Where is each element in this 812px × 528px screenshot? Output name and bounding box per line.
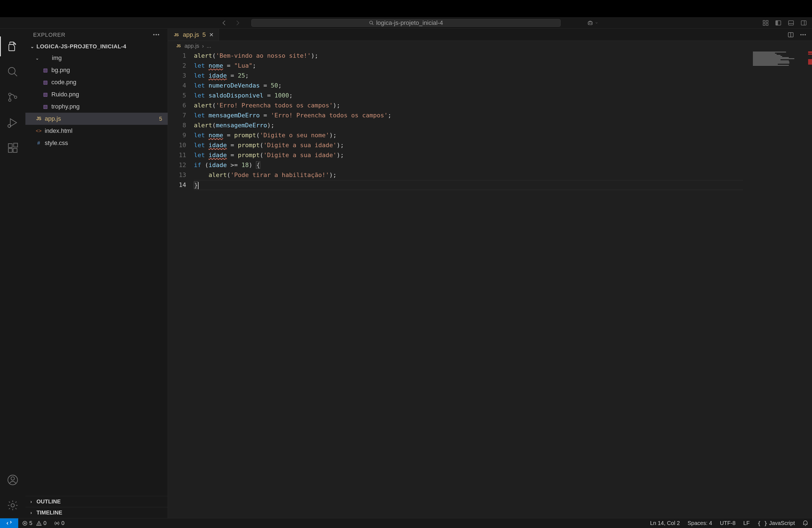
folder-root-label: LOGICA-JS-PROJETO_INICIAL-4	[37, 43, 126, 50]
image-file-icon: ▧	[42, 79, 48, 85]
tree-file-indexhtml[interactable]: <> index.html	[25, 125, 168, 137]
editor-tabs: JS app.js 5 ✕ •••	[168, 29, 812, 41]
extensions-icon[interactable]	[0, 135, 25, 161]
layout-customize-icon[interactable]	[762, 19, 769, 26]
copilot-icon[interactable]	[586, 19, 598, 27]
svg-point-30	[39, 524, 39, 525]
js-file-icon: JS	[35, 116, 42, 121]
close-tab-icon[interactable]: ✕	[209, 31, 214, 38]
tree-file[interactable]: ▧ trophy.png	[25, 101, 168, 113]
ports-count: 0	[61, 520, 64, 526]
breadcrumb-file: app.js	[185, 43, 199, 49]
minimap[interactable]	[751, 51, 812, 68]
svg-point-3	[591, 23, 591, 24]
tree-label: style.css	[45, 140, 68, 147]
toggle-secondary-sidebar-icon[interactable]	[800, 19, 807, 26]
timeline-label: TIMELINE	[37, 510, 62, 516]
explorer-icon[interactable]	[0, 34, 25, 59]
js-file-icon: JS	[175, 44, 182, 48]
svg-rect-7	[766, 24, 768, 25]
sidebar-header: EXPLORER •••	[25, 29, 168, 41]
js-file-icon: JS	[173, 32, 179, 37]
code-lines[interactable]: alert('Bem-vindo ao nosso site!');let no…	[194, 51, 812, 518]
timeline-section[interactable]: › TIMELINE	[25, 507, 168, 518]
nav-back-icon[interactable]	[221, 19, 228, 26]
tree-label: code.png	[52, 79, 76, 86]
svg-rect-4	[763, 20, 765, 23]
outline-label: OUTLINE	[37, 498, 61, 505]
tab-label: app.js	[183, 31, 199, 39]
breadcrumb-separator: ›	[202, 43, 204, 49]
more-actions-icon[interactable]: •••	[800, 32, 807, 37]
svg-point-24	[11, 477, 14, 480]
outline-section[interactable]: › OUTLINE	[25, 496, 168, 507]
chevron-right-icon: ›	[30, 499, 35, 504]
svg-rect-22	[14, 143, 18, 147]
toggle-panel-icon[interactable]	[788, 19, 794, 26]
status-bar: 5 0 0 Ln 14, Col 2 Spaces: 4 UTF-8 LF { …	[0, 518, 812, 528]
svg-point-25	[11, 504, 14, 507]
nav-forward-icon[interactable]	[234, 19, 241, 26]
language-mode[interactable]: { } JavaScript	[754, 520, 799, 527]
svg-point-0	[369, 21, 373, 24]
settings-gear-icon[interactable]	[0, 493, 25, 518]
accounts-icon[interactable]	[0, 467, 25, 493]
svg-rect-12	[801, 21, 806, 25]
cursor-position[interactable]: Ln 14, Col 2	[646, 520, 684, 526]
ports-status[interactable]: 0	[50, 520, 68, 526]
tab-appjs[interactable]: JS app.js 5 ✕	[168, 29, 219, 41]
sidebar-more-icon[interactable]: •••	[153, 32, 160, 38]
tree-label: img	[52, 54, 62, 62]
split-editor-icon[interactable]	[787, 31, 794, 38]
problems-status[interactable]: 5 0	[18, 520, 50, 526]
svg-point-15	[9, 93, 11, 96]
chevron-down-icon: ⌄	[35, 56, 40, 61]
activity-bar	[0, 29, 25, 518]
sidebar-title: EXPLORER	[33, 32, 66, 38]
svg-point-31	[56, 523, 58, 524]
chevron-down-icon: ⌄	[30, 44, 35, 49]
source-control-icon[interactable]	[0, 85, 25, 110]
svg-rect-10	[788, 21, 794, 25]
svg-rect-5	[766, 20, 768, 23]
tree-label: Ruido.png	[52, 91, 79, 98]
breadcrumbs[interactable]: JS app.js › ...	[168, 41, 812, 51]
tree-label: app.js	[45, 115, 61, 122]
titlebar: logica-js-projeto_inicial-4	[0, 17, 812, 29]
svg-rect-19	[8, 144, 12, 147]
notifications-icon[interactable]	[799, 520, 812, 526]
command-center[interactable]: logica-js-projeto_inicial-4	[251, 19, 561, 27]
svg-point-2	[589, 23, 590, 24]
svg-rect-6	[763, 24, 765, 25]
svg-rect-20	[8, 149, 12, 152]
tab-error-count: 5	[202, 31, 206, 39]
code-editor[interactable]: 1234567891011121314	[168, 51, 812, 518]
folder-root[interactable]: ⌄ LOGICA-JS-PROJETO_INICIAL-4	[25, 41, 168, 52]
tree-file[interactable]: ▧ Ruido.png	[25, 88, 168, 101]
remote-indicator[interactable]	[0, 518, 18, 528]
svg-rect-1	[588, 21, 592, 25]
indentation-status[interactable]: Spaces: 4	[684, 520, 716, 526]
tree-folder-img[interactable]: ⌄ img	[25, 52, 168, 64]
error-count: 5	[29, 520, 32, 526]
svg-rect-21	[13, 149, 17, 152]
tree-label: index.html	[45, 127, 72, 134]
chevron-right-icon: ›	[30, 510, 35, 515]
tree-file-appjs[interactable]: JS app.js 5	[25, 113, 168, 125]
toggle-primary-sidebar-icon[interactable]	[775, 19, 782, 26]
encoding-status[interactable]: UTF-8	[716, 520, 739, 526]
html-file-icon: <>	[35, 128, 42, 134]
tree-file-stylecss[interactable]: # style.css	[25, 137, 168, 149]
tree-file[interactable]: ▧ code.png	[25, 76, 168, 88]
editor-group: JS app.js 5 ✕ ••• JS app.js › ...	[168, 29, 812, 518]
image-file-icon: ▧	[42, 91, 48, 98]
eol-status[interactable]: LF	[739, 520, 753, 526]
search-icon[interactable]	[0, 59, 25, 85]
tree-label: bg.png	[52, 67, 70, 74]
line-gutter: 1234567891011121314	[168, 51, 194, 518]
file-tree: ⌄ img ▧ bg.png ▧ code.png ▧ Ruido.png	[25, 52, 168, 149]
tree-file[interactable]: ▧ bg.png	[25, 64, 168, 76]
svg-rect-9	[776, 21, 778, 25]
image-file-icon: ▧	[42, 67, 48, 73]
run-debug-icon[interactable]	[0, 110, 25, 135]
